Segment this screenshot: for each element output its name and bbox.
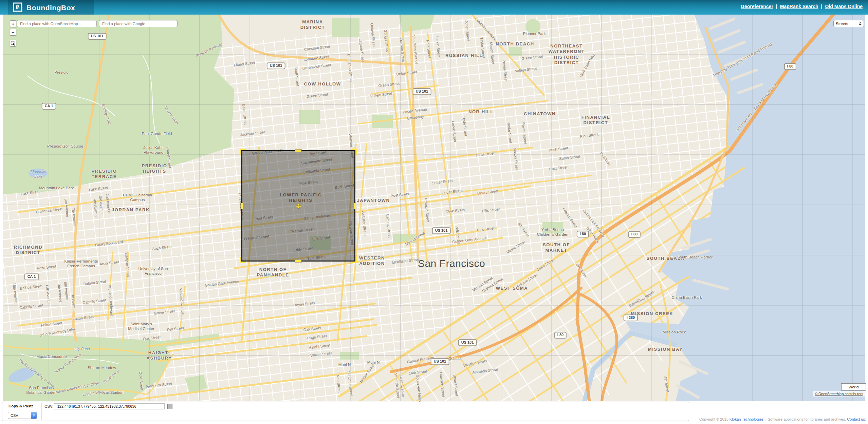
- select-arrows-icon: [859, 22, 862, 25]
- world-zoom-button[interactable]: World: [841, 383, 866, 390]
- layer-select-value: Streets: [836, 22, 848, 26]
- bbox-handle-bottom-right[interactable]: [351, 257, 357, 263]
- app-header: BoundingBox Georeferencer|MapRank Search…: [0, 0, 868, 15]
- nav-link-maprank-search[interactable]: MapRank Search: [780, 4, 818, 9]
- google-search-input[interactable]: [99, 20, 178, 27]
- copyright-line: Copyright © 2015 Klokan Technologies – S…: [699, 417, 866, 421]
- map-left-margin: [0, 15, 3, 401]
- layer-select[interactable]: Streets: [833, 20, 864, 27]
- box-select-icon: [11, 41, 16, 46]
- map-right-margin: [865, 15, 868, 401]
- zoom-in-button[interactable]: +: [10, 20, 16, 27]
- bbox-handle-bottom[interactable]: [295, 260, 301, 262]
- format-select-value: CSV: [11, 413, 18, 418]
- company-link[interactable]: Klokan Technologies: [730, 417, 764, 421]
- bbox-handle-top-left[interactable]: [240, 149, 246, 155]
- osm-attribution-link[interactable]: © OpenStreetMap contributors: [815, 392, 863, 396]
- bounding-box[interactable]: [241, 150, 355, 262]
- csv-copy-button[interactable]: [167, 404, 172, 409]
- app-title: BoundingBox: [26, 4, 75, 12]
- boundingbox-logo-icon: [13, 2, 22, 13]
- osm-search-input[interactable]: [17, 20, 97, 27]
- zoom-out-button[interactable]: −: [10, 29, 16, 36]
- contact-us-link[interactable]: Contact us: [847, 417, 865, 421]
- copy-paste-label: Copy & Paste: [8, 404, 34, 408]
- csv-coordinates-input[interactable]: [54, 403, 165, 409]
- csv-label: CSV:: [44, 404, 53, 408]
- map-tiles: [0, 15, 868, 401]
- map-attribution: © OpenStreetMap contributors: [813, 391, 865, 397]
- map-canvas[interactable]: MARINA DISTRICTCOW HOLLOWRUSSIAN HILLNOR…: [0, 15, 868, 401]
- nav-link-old-maps-online[interactable]: Old Maps Online: [825, 4, 863, 9]
- nav-link-georeferencer[interactable]: Georeferencer: [741, 4, 773, 9]
- footer-divider: [41, 403, 42, 420]
- select-stepper-icon: [31, 412, 37, 419]
- footer-panel: Copy & Paste CSV CSV:: [2, 402, 689, 421]
- header-nav: Georeferencer|MapRank Search|Old Maps On…: [739, 4, 864, 9]
- bbox-handle-bottom-left[interactable]: [240, 257, 246, 263]
- bbox-handle-top-right[interactable]: [351, 149, 357, 155]
- bbox-handle-right[interactable]: [354, 203, 356, 209]
- format-select[interactable]: CSV: [8, 412, 37, 419]
- bbox-handle-left[interactable]: [241, 203, 243, 209]
- bbox-handle-top[interactable]: [295, 150, 301, 152]
- box-select-tool-button[interactable]: [10, 40, 16, 46]
